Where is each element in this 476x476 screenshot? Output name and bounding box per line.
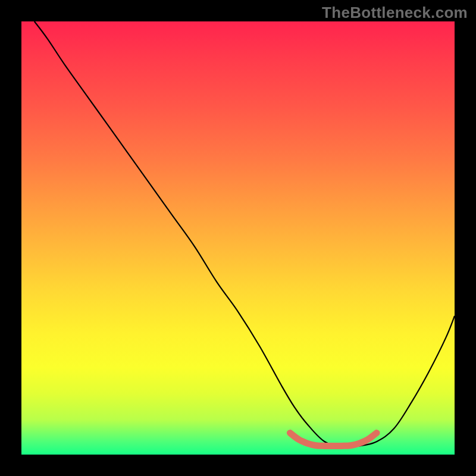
curve-overlay xyxy=(21,21,455,455)
optimal-range-highlight xyxy=(290,433,377,446)
plot-area xyxy=(21,21,455,455)
bottleneck-curve xyxy=(35,21,455,446)
chart-frame: TheBottleneck.com xyxy=(0,0,476,476)
watermark-text: TheBottleneck.com xyxy=(322,4,468,22)
